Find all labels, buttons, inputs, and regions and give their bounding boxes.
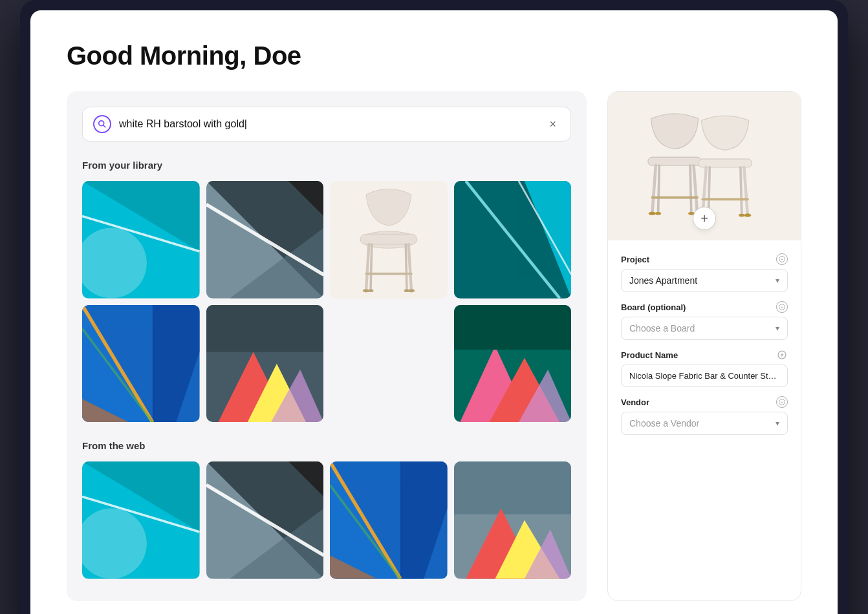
svg-point-0 xyxy=(99,121,104,126)
svg-point-82 xyxy=(739,214,744,217)
product-form: Project + Jones Apartment ▾ xyxy=(608,240,801,450)
vendor-placeholder: Choose a Vendor xyxy=(629,418,699,429)
search-panel: × From your library xyxy=(67,91,587,601)
library-thumb-6[interactable] xyxy=(206,305,324,423)
project-value: Jones Apartment xyxy=(629,275,697,286)
board-info-icon[interactable]: + xyxy=(776,301,788,313)
web-image-grid xyxy=(82,461,571,586)
library-thumb-5[interactable] xyxy=(82,305,200,423)
svg-rect-37 xyxy=(206,305,324,352)
library-thumb-2[interactable] xyxy=(206,181,324,299)
project-info-icon[interactable]: + xyxy=(776,253,788,265)
svg-line-15 xyxy=(371,244,372,291)
search-clear-button[interactable]: × xyxy=(545,117,560,131)
svg-rect-42 xyxy=(454,305,572,350)
vendor-chevron-icon: ▾ xyxy=(776,419,779,428)
product-name-label: Product Name xyxy=(621,350,678,360)
library-thumb-7[interactable] xyxy=(454,305,572,423)
svg-rect-59 xyxy=(454,461,572,514)
svg-line-77 xyxy=(741,167,742,215)
search-icon xyxy=(93,115,111,133)
svg-point-20 xyxy=(367,289,373,291)
svg-line-66 xyxy=(658,165,660,213)
board-placeholder: Choose a Board xyxy=(629,323,695,333)
board-label: Board (optional) xyxy=(621,302,686,312)
vendor-field: Vendor + Choose a Vendor ▾ xyxy=(621,396,788,435)
product-name-value[interactable]: Nicola Slope Fabric Bar & Counter Stool … xyxy=(621,365,788,387)
web-thumb-1[interactable] xyxy=(82,461,200,579)
library-image-grid xyxy=(82,181,571,422)
web-section-label: From the web xyxy=(82,440,571,451)
vendor-info-icon[interactable]: + xyxy=(776,396,788,408)
product-panel: + Project + Jones Apartment ▾ xyxy=(607,91,801,601)
svg-line-75 xyxy=(744,167,748,215)
project-label: Project xyxy=(621,255,649,264)
svg-line-1 xyxy=(103,125,106,128)
project-field: Project + Jones Apartment ▾ xyxy=(621,253,788,292)
product-name-field: Product Name Nicola Slope Fabric Bar & C… xyxy=(621,349,788,387)
web-thumb-4[interactable] xyxy=(454,461,572,579)
svg-point-21 xyxy=(404,289,409,291)
svg-line-16 xyxy=(406,244,407,291)
web-thumb-2[interactable] xyxy=(206,461,324,579)
svg-text:+: + xyxy=(781,257,783,262)
device-frame: Good Morning, Doe × From your library xyxy=(20,0,848,614)
svg-line-13 xyxy=(366,244,369,291)
svg-text:+: + xyxy=(781,400,783,405)
search-input[interactable] xyxy=(119,118,537,130)
library-thumb-chair[interactable] xyxy=(330,181,448,299)
svg-text:+: + xyxy=(781,305,783,310)
library-thumb-1[interactable] xyxy=(82,181,200,299)
app-window: Good Morning, Doe × From your library xyxy=(30,10,838,614)
library-thumb-4[interactable] xyxy=(454,181,572,299)
svg-line-67 xyxy=(690,165,691,213)
svg-point-69 xyxy=(649,212,656,216)
svg-rect-12 xyxy=(360,234,417,244)
add-to-project-button[interactable]: + xyxy=(693,207,716,230)
library-section-label: From your library xyxy=(82,160,571,171)
svg-point-71 xyxy=(655,212,661,215)
product-name-link-icon[interactable] xyxy=(776,349,788,361)
svg-line-64 xyxy=(652,165,656,213)
project-chevron-icon: ▾ xyxy=(776,276,779,285)
board-field: Board (optional) + Choose a Board ▾ xyxy=(621,301,788,340)
svg-point-80 xyxy=(744,213,751,217)
vendor-label: Vendor xyxy=(621,397,649,407)
board-chevron-icon: ▾ xyxy=(776,324,779,333)
web-thumb-3[interactable] xyxy=(330,461,448,579)
main-content: × From your library xyxy=(67,91,801,601)
svg-line-14 xyxy=(408,244,411,291)
greeting-heading: Good Morning, Doe xyxy=(67,41,801,70)
svg-line-65 xyxy=(694,165,698,213)
vendor-select[interactable]: Choose a Vendor ▾ xyxy=(621,412,788,435)
search-bar: × xyxy=(82,107,571,142)
project-select[interactable]: Jones Apartment ▾ xyxy=(621,269,788,292)
board-select[interactable]: Choose a Board ▾ xyxy=(621,317,788,340)
product-image-area: + xyxy=(608,92,801,240)
